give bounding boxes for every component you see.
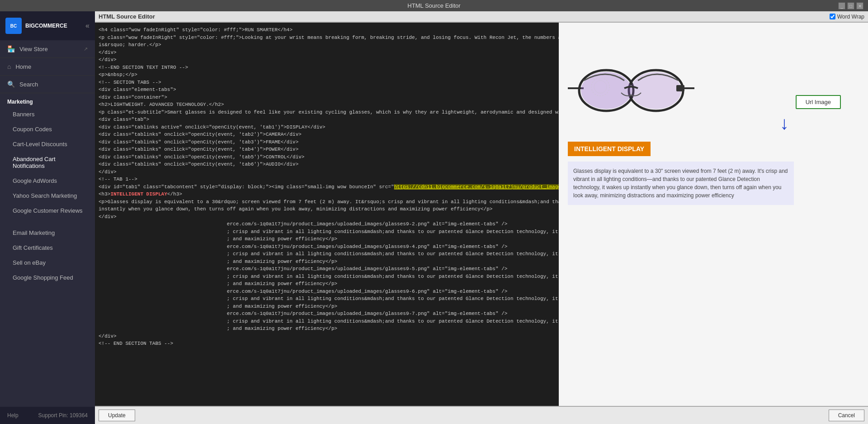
code-line: <p class="wow fadeInRight" style="color:… — [99, 34, 555, 42]
code-line: <div class="tablinks" onclick="openCity(… — [99, 146, 555, 153]
external-link-icon: ↗ — [84, 46, 88, 52]
support-pin: Support Pin: 109364 — [38, 412, 88, 419]
home-label: Home — [15, 63, 31, 70]
url-arrow-icon: ↓ — [780, 113, 789, 133]
editor-body: <h4 class="wow fadeInRight" style="color… — [95, 23, 868, 406]
sidebar-item-google-adwords[interactable]: Google AdWords — [0, 173, 95, 188]
sidebar-item-email-marketing[interactable]: Email Marketing — [0, 225, 95, 240]
code-line: <!--END SECTION TEXT INTRO --> — [99, 64, 555, 71]
search-label: Search — [19, 81, 38, 88]
sidebar-logo: BC BIGCOMMERCE — [5, 18, 67, 34]
code-line: <div class="tablinks active" onclick="op… — [99, 124, 555, 131]
word-wrap-label[interactable]: Word Wrap — [837, 14, 864, 20]
code-line: </div> — [99, 213, 555, 221]
code-line: ; crisp and vibrant in all lighting cond… — [99, 295, 555, 303]
app-container: BC BIGCOMMERCE « 🏪 View Store ↗ ⌂ Home 🔍… — [0, 11, 868, 424]
search-nav-icon: 🔍 — [7, 81, 15, 88]
help-link[interactable]: Help — [7, 412, 19, 419]
editor-title: HTML Source Editor — [99, 13, 155, 20]
code-line: <div class="tablinks" onclick="openCity(… — [99, 131, 555, 138]
glasses-preview-image — [568, 50, 859, 133]
sidebar-item-banners[interactable]: Banners — [0, 107, 95, 122]
preview-panel: Url Image ↓ — [559, 23, 868, 406]
code-line: ; and maximizing power efficiency</p> — [99, 235, 555, 243]
code-line: </div> — [99, 333, 555, 340]
code-line: <div class="tab"> — [99, 116, 555, 124]
minimize-button[interactable]: _ — [838, 2, 845, 10]
home-icon: ⌂ — [7, 63, 11, 70]
sidebar-item-abandoned-cart[interactable]: Abandoned Cart Notifications — [0, 152, 95, 173]
sidebar-item-view-store[interactable]: 🏪 View Store ↗ — [0, 40, 95, 58]
code-line: <h3>INTELLIGENT DISPLAY</h3> — [99, 191, 555, 198]
code-line: is&rsquo; harder.</p> — [99, 41, 555, 49]
code-line: <p class="et-subtitle">Smart glasses is … — [99, 109, 555, 116]
code-line: <div class="tablinks" onclick="openCity(… — [99, 138, 555, 146]
code-line: <p>Glasses display is equivalent to a 30… — [99, 198, 555, 206]
sidebar-item-home[interactable]: ⌂ Home — [0, 58, 95, 76]
sidebar-item-yahoo-search[interactable]: Yahoo Search Marketing — [0, 188, 95, 203]
cancel-button[interactable]: Cancel — [829, 410, 864, 421]
code-line: ; crisp and vibrant in all lighting cond… — [99, 273, 555, 281]
bigcommerce-logo: BC — [5, 18, 22, 34]
code-line: ; and maximizing power efficiency</p> — [99, 303, 555, 310]
code-line: erce.com/s-1q0a1t7jnu/product_images/upl… — [99, 243, 555, 251]
update-button[interactable]: Update — [99, 410, 135, 421]
sidebar-header: BC BIGCOMMERCE « — [0, 11, 95, 40]
collapse-icon[interactable]: « — [85, 22, 90, 30]
svg-rect-6 — [676, 85, 684, 91]
code-line: </div> — [99, 49, 555, 57]
code-line: <div class="element-tabs"> — [99, 86, 555, 94]
code-panel[interactable]: <h4 class="wow fadeInRight" style="color… — [95, 23, 559, 406]
code-line: <!-- END SECTION TABS --> — [99, 340, 555, 348]
code-line: <div id="tab1" class="tabcontent" style=… — [99, 183, 555, 191]
close-button[interactable]: ✕ — [856, 2, 863, 10]
store-icon: 🏪 — [7, 45, 15, 52]
word-wrap-container: Word Wrap — [830, 14, 864, 20]
title-bar-controls: _ □ ✕ — [838, 2, 863, 10]
code-line: erce.com/s-1q0a1t7jnu/product_images/upl… — [99, 288, 555, 295]
preview-content: INTELLIGENT DISPLAY Glasses display is e… — [559, 23, 868, 214]
code-line: <!-- TAB 1--> — [99, 176, 555, 183]
word-wrap-checkbox[interactable] — [830, 14, 835, 19]
brand-name: BIGCOMMERCE — [25, 23, 67, 29]
code-line: erce.com/s-1q0a1t7jnu/product_images/upl… — [99, 310, 555, 318]
code-line: ; crisp and vibrant in all lighting cond… — [99, 318, 555, 325]
preview-description: Glasses display is equivalent to a 30" s… — [568, 162, 794, 205]
code-line: <div class="tablinks" onclick="openCity(… — [99, 153, 555, 161]
glasses-svg — [568, 50, 694, 131]
sidebar-item-cart-level-discounts[interactable]: Cart-Level Discounts — [0, 137, 95, 152]
sidebar-item-coupon-codes[interactable]: Coupon Codes — [0, 122, 95, 137]
code-line: ; and maximizing power efficiency</p> — [99, 258, 555, 266]
marketing-section-header: Marketing — [0, 93, 95, 107]
title-bar: HTML Source Editor _ □ ✕ — [0, 0, 868, 11]
editor-bottom-bar: Update Cancel — [95, 406, 868, 424]
sidebar-item-search[interactable]: 🔍 Search — [0, 76, 95, 93]
code-line: <h4 class="wow fadeInRight" style="color… — [99, 26, 555, 34]
code-line: <!-- SECTION TABS --> — [99, 79, 555, 86]
editor-window: HTML Source Editor Word Wrap <h4 class="… — [95, 11, 868, 424]
sidebar-item-google-shopping[interactable]: Google Shopping Feed — [0, 270, 95, 285]
code-line: instantly when you glance down, then tur… — [99, 205, 555, 213]
code-line: ; and maximizing power efficiency</p> — [99, 280, 555, 288]
code-line: ; and maximizing power efficiency</p> — [99, 325, 555, 333]
title-bar-text: HTML Source Editor — [407, 2, 460, 9]
code-line: erce.com/s-1q0a1t7jnu/product_images/upl… — [99, 220, 555, 228]
code-line: </div> — [99, 56, 555, 64]
code-line: </div> — [99, 168, 555, 176]
url-image-tooltip: Url Image — [796, 95, 841, 109]
maximize-button[interactable]: □ — [847, 2, 854, 10]
code-line: <div class="container"> — [99, 94, 555, 101]
code-line: ; crisp and vibrant in all lighting cond… — [99, 250, 555, 258]
sidebar-item-google-customer[interactable]: Google Customer Reviews — [0, 203, 95, 218]
sidebar-item-sell-on-ebay[interactable]: Sell on eBay — [0, 255, 95, 270]
code-line: erce.com/s-1q0a1t7jnu/product_images/upl… — [99, 265, 555, 273]
code-line: <h2>LIGHTWEIGHT. ADVANCED TECHNOLOGY.</h… — [99, 101, 555, 109]
editor-toolbar: HTML Source Editor Word Wrap — [95, 11, 868, 23]
sidebar: BC BIGCOMMERCE « 🏪 View Store ↗ ⌂ Home 🔍… — [0, 11, 95, 424]
sidebar-item-gift-certificates[interactable]: Gift Certificates — [0, 240, 95, 255]
main-content: HTML Source Editor Word Wrap <h4 class="… — [95, 11, 868, 424]
code-line: <p>&nbsp;</p> — [99, 71, 555, 79]
code-line: ; crisp and vibrant in all lighting cond… — [99, 228, 555, 236]
sidebar-footer: Help Support Pin: 109364 — [0, 407, 95, 424]
code-line: <div class="tablinks" onclick="openCity(… — [99, 161, 555, 168]
